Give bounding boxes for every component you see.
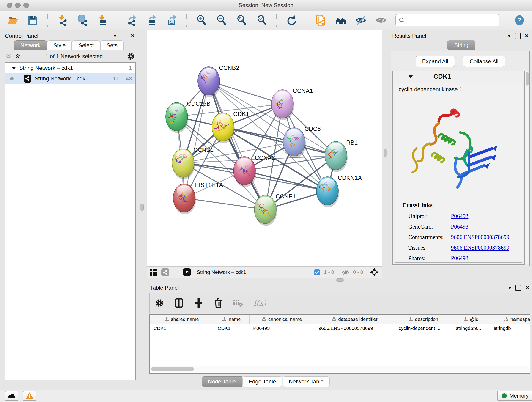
table-cell[interactable]: stringdb (490, 325, 530, 331)
table-row[interactable]: CDK1CDK1P064939606.ENSP00000378699cyclin… (150, 324, 530, 332)
network-node-ccna2[interactable]: CCNA2 (234, 154, 275, 187)
table-cell[interactable]: 9606.ENSP00000378699 (315, 325, 395, 331)
results-panel-float-icon[interactable] (515, 33, 520, 39)
table-cell[interactable]: CDK1 (214, 325, 249, 331)
table-cell[interactable]: cyclin-dependent ... (395, 325, 452, 331)
show-all-eye-icon[interactable] (375, 14, 387, 26)
column-header-databaseidentifier[interactable]: database identifier (315, 315, 395, 324)
crosslink-tissues-link[interactable]: 9606.ENSP00000378699 (451, 245, 509, 251)
refresh-icon[interactable] (285, 14, 297, 26)
export-image-icon[interactable] (166, 14, 178, 26)
birdseye-navigator-icon[interactable] (370, 268, 379, 277)
cloud-button[interactable] (5, 391, 18, 401)
tab-style[interactable]: Style (47, 40, 72, 50)
hidden-eye-icon[interactable] (342, 269, 349, 276)
tab-node-table[interactable]: Node Table (202, 376, 242, 387)
column-header-canonicalname[interactable]: canonical name (249, 315, 315, 324)
save-session-icon[interactable] (27, 14, 38, 26)
tab-network[interactable]: Network (14, 40, 47, 50)
network-node-ccnb2[interactable]: CCNB2 (198, 64, 239, 97)
expand-all-icon[interactable] (14, 53, 21, 60)
show-columns-icon[interactable] (174, 298, 184, 308)
table-panel-float-icon[interactable] (515, 285, 521, 291)
search-box[interactable] (395, 14, 500, 26)
crosslink-compartments-link[interactable]: 9606.ENSP00000378699 (451, 234, 509, 240)
network-canvas[interactable]: CCNB2CCNA1CDC25BCDK1CDC6RB1CCNB1CCNA2CDK… (147, 30, 382, 266)
table-settings-gear-icon[interactable] (155, 299, 164, 307)
string-view-icon[interactable] (161, 268, 169, 276)
tab-select[interactable]: Select (72, 40, 100, 50)
tab-sets[interactable]: Sets (100, 40, 124, 50)
tab-network-table[interactable]: Network Table (283, 376, 330, 387)
detach-view-icon[interactable] (183, 268, 191, 276)
selected-checkbox-icon[interactable] (314, 269, 320, 275)
column-header-sharedname[interactable]: shared name (150, 315, 214, 324)
delete-table-icon[interactable] (233, 298, 243, 307)
zoom-out-icon[interactable] (216, 14, 227, 26)
open-session-icon[interactable] (7, 14, 18, 26)
crosslink-uniprot-link[interactable]: P06493 (451, 213, 468, 219)
zoom-fit-icon[interactable] (236, 14, 247, 26)
delete-column-icon[interactable] (214, 298, 222, 308)
column-header-id[interactable]: @id (452, 315, 490, 324)
network-node-ccne1[interactable]: CCNE1 (254, 193, 296, 226)
network-collection-row[interactable]: String Network – cdk1 1 (5, 63, 135, 73)
import-network-file-icon[interactable] (56, 14, 68, 26)
column-header-description[interactable]: description (395, 315, 452, 324)
memory-button[interactable]: Memory (497, 391, 532, 401)
expand-all-button[interactable]: Expand All (416, 56, 455, 67)
import-table-icon[interactable] (97, 14, 108, 26)
collapse-all-button[interactable]: Collapse All (463, 56, 505, 67)
import-network-database-icon[interactable] (76, 14, 88, 26)
network-row[interactable]: String Network – cdk1 11 48 (5, 73, 135, 84)
control-panel-menu-icon[interactable]: ▾ (114, 33, 116, 38)
column-header-namespace[interactable]: namespace (490, 315, 530, 324)
help-icon[interactable]: ? (514, 14, 525, 26)
warnings-button[interactable] (23, 391, 36, 401)
network-node-ccna1[interactable]: CCNA1 (272, 87, 313, 120)
table-panel-close-icon[interactable]: ✕ (525, 285, 530, 290)
table-hscrollbar-thumb[interactable] (151, 367, 194, 371)
crosslink-genecard-link[interactable]: P06493 (451, 223, 468, 230)
results-scrollbar[interactable] (525, 71, 529, 264)
collapse-all-icon[interactable] (5, 53, 12, 60)
node-table[interactable]: shared namenamecanonical namedatabase id… (149, 314, 530, 374)
zoom-selected-icon[interactable] (256, 14, 268, 26)
results-panel-menu-icon[interactable]: ▾ (508, 33, 510, 38)
table-cell[interactable]: P06493 (249, 325, 315, 331)
protein-collapse-icon[interactable] (408, 75, 413, 78)
network-node-cdc6[interactable]: CDC6 (283, 125, 321, 158)
add-column-icon[interactable] (194, 298, 203, 308)
export-table-icon[interactable] (146, 14, 158, 26)
table-cell[interactable]: stringdb:9... (452, 325, 490, 331)
left-splitter-handle[interactable] (140, 204, 144, 211)
control-panel-float-icon[interactable] (120, 33, 127, 39)
network-node-hist1h1a[interactable]: HIST1H1A (173, 182, 223, 214)
network-options-gear-icon[interactable] (127, 52, 135, 60)
clone-network-icon[interactable] (315, 14, 326, 26)
grid-view-icon[interactable] (150, 268, 158, 276)
hide-selected-eye-icon[interactable] (355, 14, 367, 26)
protein-section-header[interactable]: CDK1 (392, 71, 525, 82)
network-graph[interactable]: CCNB2CCNA1CDC25BCDK1CDC6RB1CCNB1CCNA2CDK… (147, 30, 382, 266)
network-node-ccnb1[interactable]: CCNB1 (172, 147, 214, 179)
network-node-rb1[interactable]: RB1 (325, 139, 358, 172)
table-hscrollbar[interactable] (150, 366, 529, 372)
function-builder-icon[interactable]: f(x) (254, 299, 266, 307)
column-header-name[interactable]: name (214, 315, 249, 324)
search-input[interactable] (407, 17, 496, 23)
tab-edge-table[interactable]: Edge Table (242, 376, 282, 387)
collection-expand-icon[interactable] (12, 67, 16, 70)
table-cell[interactable]: CDK1 (150, 325, 214, 331)
horizontal-splitter-handle[interactable] (336, 279, 344, 282)
results-panel-close-icon[interactable]: ✕ (525, 33, 529, 38)
network-node-cdkn1a[interactable]: CDKN1A (317, 174, 362, 207)
export-network-icon[interactable] (126, 14, 138, 26)
right-splitter-handle[interactable] (384, 149, 387, 157)
zoom-in-icon[interactable] (196, 14, 207, 26)
first-neighbors-icon[interactable] (335, 14, 346, 26)
results-scrollbar-thumb[interactable] (526, 72, 529, 86)
network-node-cdc25b[interactable]: CDC25B (166, 100, 210, 133)
table-panel-menu-icon[interactable]: ▾ (509, 285, 511, 290)
control-panel-close-icon[interactable]: ✕ (131, 33, 135, 38)
